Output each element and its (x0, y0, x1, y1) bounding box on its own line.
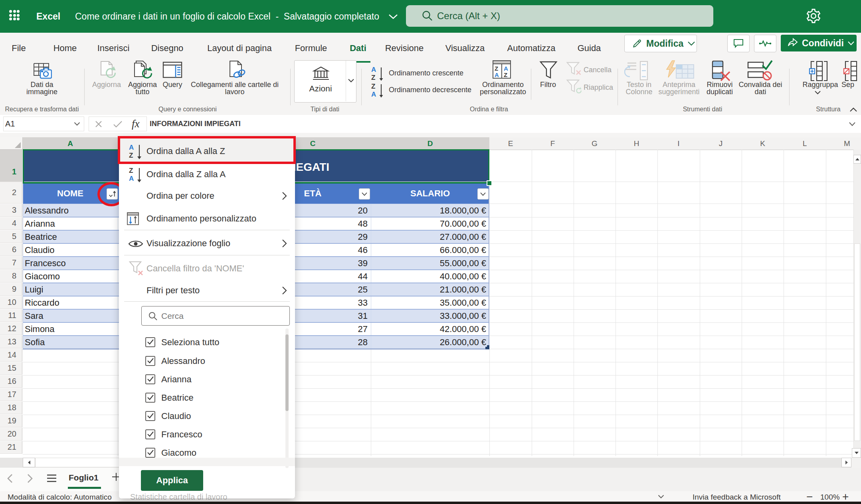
svg-text:A: A (504, 65, 508, 72)
svg-text:A: A (129, 175, 134, 182)
svg-text:Z: Z (495, 65, 498, 72)
svg-text:Z: Z (504, 71, 507, 78)
svg-text:Z: Z (129, 167, 133, 174)
svg-text:A: A (371, 66, 376, 73)
svg-text:Z: Z (371, 74, 375, 81)
svg-text:Z: Z (371, 83, 375, 90)
svg-text:A: A (495, 71, 499, 78)
svg-text:A: A (371, 91, 376, 98)
